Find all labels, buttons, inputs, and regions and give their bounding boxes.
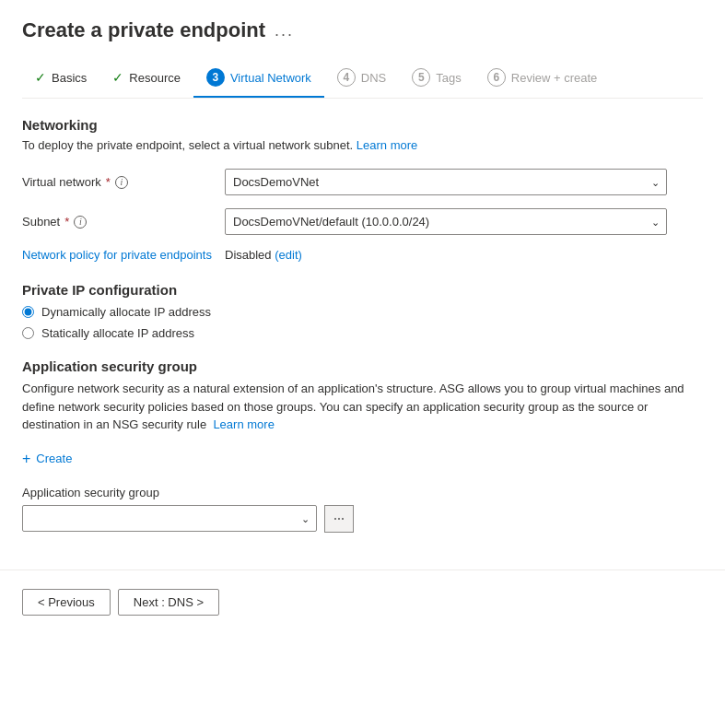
private-ip-title: Private IP configuration — [22, 282, 703, 298]
virtual-network-dropdown[interactable]: DocsDemoVNet — [225, 169, 667, 195]
asg-learn-more-link[interactable]: Learn more — [213, 417, 274, 431]
step-check-resource: ✓ — [112, 70, 123, 85]
subnet-row: Subnet * i DocsDemoVNet/default (10.0.0.… — [22, 208, 703, 235]
subnet-info-icon[interactable]: i — [74, 216, 87, 229]
subnet-dropdown-container: DocsDemoVNet/default (10.0.0.0/24) ⌄ — [225, 208, 667, 235]
subnet-control: DocsDemoVNet/default (10.0.0.0/24) ⌄ — [225, 208, 703, 235]
virtual-network-info-icon[interactable]: i — [115, 176, 128, 189]
footer: < Previous Next : DNS > — [0, 570, 725, 634]
step-label-resource: Resource — [129, 71, 181, 85]
step-number-virtual-network: 3 — [206, 68, 225, 87]
asg-action-button[interactable]: ⋯ — [324, 505, 354, 533]
networking-learn-more-link[interactable]: Learn more — [357, 138, 417, 152]
step-label-dns: DNS — [361, 71, 386, 85]
step-resource[interactable]: ✓ Resource — [99, 61, 193, 96]
step-label-review-create: Review + create — [511, 71, 598, 85]
virtual-network-row: Virtual network * i DocsDemoVNet ⌄ — [22, 169, 703, 195]
step-review-create[interactable]: 6 Review + create — [474, 59, 611, 98]
step-tags[interactable]: 5 Tags — [399, 59, 474, 98]
step-basics[interactable]: ✓ Basics — [22, 61, 99, 96]
asg-field-label: Application security group — [22, 486, 703, 499]
private-ip-section: Private IP configuration Dynamically all… — [22, 282, 703, 340]
radio-static-label: Statically allocate IP address — [41, 326, 194, 340]
step-label-tags: Tags — [436, 71, 461, 85]
network-policy-label: Network policy for private endpoints — [22, 248, 225, 262]
previous-button[interactable]: < Previous — [22, 589, 111, 616]
step-label-virtual-network: Virtual Network — [230, 71, 311, 85]
asg-section-title: Application security group — [22, 358, 703, 374]
virtual-network-label: Virtual network * i — [22, 175, 225, 189]
asg-dropdown-wrapper: ⌄ — [22, 505, 317, 532]
radio-dynamic-input[interactable] — [22, 306, 34, 318]
step-virtual-network[interactable]: 3 Virtual Network — [193, 59, 324, 98]
title-menu-icon[interactable]: ... — [275, 21, 294, 41]
subnet-dropdown[interactable]: DocsDemoVNet/default (10.0.0.0/24) — [225, 208, 667, 235]
asg-dropdown-row: ⌄ ⋯ — [22, 505, 703, 533]
asg-description: Configure network security as a natural … — [22, 380, 703, 434]
virtual-network-dropdown-container: DocsDemoVNet ⌄ — [225, 169, 667, 195]
radio-static[interactable]: Statically allocate IP address — [22, 326, 703, 340]
radio-static-input[interactable] — [22, 327, 34, 339]
next-button[interactable]: Next : DNS > — [118, 589, 219, 616]
wizard-steps: ✓ Basics ✓ Resource 3 Virtual Network 4 … — [22, 59, 703, 99]
step-number-dns: 4 — [337, 68, 356, 87]
page-title: Create a private endpoint — [22, 18, 265, 42]
virtual-network-control: DocsDemoVNet ⌄ — [225, 169, 703, 195]
step-number-review-create: 6 — [487, 68, 506, 87]
virtual-network-required: * — [106, 175, 111, 189]
radio-dynamic-label: Dynamically allocate IP address — [41, 305, 211, 319]
asg-create-button[interactable]: + Create — [22, 447, 72, 471]
network-policy-value: Disabled — [225, 248, 272, 262]
asg-dropdown[interactable] — [22, 505, 317, 532]
asg-section: Application security group Configure net… — [22, 358, 703, 533]
step-check-basics: ✓ — [35, 70, 46, 85]
networking-section-title: Networking — [22, 117, 703, 133]
network-policy-edit-link[interactable]: (edit) — [275, 248, 302, 262]
subnet-label: Subnet * i — [22, 215, 225, 229]
step-dns[interactable]: 4 DNS — [324, 59, 399, 98]
asg-create-label: Create — [36, 452, 72, 465]
step-label-basics: Basics — [52, 71, 87, 85]
radio-dynamic[interactable]: Dynamically allocate IP address — [22, 305, 703, 319]
step-number-tags: 5 — [412, 68, 430, 87]
asg-action-icon: ⋯ — [333, 512, 345, 525]
networking-description: To deploy the private endpoint, select a… — [22, 138, 703, 152]
network-policy-row: Network policy for private endpoints Dis… — [22, 248, 703, 262]
subnet-required: * — [64, 215, 69, 229]
private-ip-radio-group: Dynamically allocate IP address Statical… — [22, 305, 703, 340]
plus-icon: + — [22, 451, 30, 467]
